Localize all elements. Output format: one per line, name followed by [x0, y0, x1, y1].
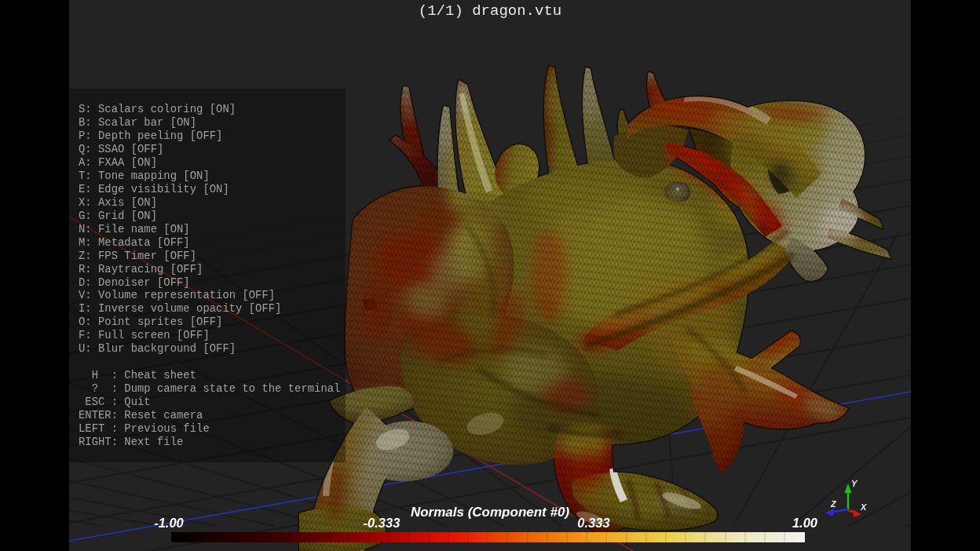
svg-text:Normals (Component #0): Normals (Component #0): [411, 505, 569, 520]
svg-text:O: Point sprites [OFF]: O: Point sprites [OFF]: [79, 316, 222, 328]
svg-text:U: Blur background [OFF]: U: Blur background [OFF]: [79, 342, 236, 355]
svg-text:-0.333: -0.333: [364, 516, 400, 530]
svg-text:S: Scalars coloring [ON]: S: Scalars coloring [ON]: [79, 103, 236, 115]
svg-text:ENTER: Reset camera: ENTER: Reset camera: [79, 409, 203, 421]
svg-text:G: Grid [ON]: G: Grid [ON]: [79, 210, 157, 222]
svg-text:0.333: 0.333: [577, 516, 609, 530]
svg-text:E: Edge visibility [ON]: E: Edge visibility [ON]: [79, 183, 229, 195]
svg-text:N: File name [ON]: N: File name [ON]: [79, 223, 190, 235]
svg-text:X: X: [860, 502, 867, 512]
svg-text:H : Cheat sheet: H : Cheat sheet: [79, 369, 196, 381]
svg-text:ESC : Quit: ESC : Quit: [79, 396, 151, 408]
svg-text:Z: Z: [830, 499, 837, 509]
svg-text:Z: FPS Timer [OFF]: Z: FPS Timer [OFF]: [79, 250, 196, 262]
svg-text:(1/1) dragon.vtu: (1/1) dragon.vtu: [419, 2, 561, 20]
svg-text:LEFT : Previous file: LEFT : Previous file: [79, 422, 210, 435]
svg-text:? : Dump camera state to the: ? : Dump camera state to the terminal: [79, 382, 340, 395]
svg-text:Q: SSAO [OFF]: Q: SSAO [OFF]: [79, 143, 163, 155]
svg-text:F: Full screen [OFF]: F: Full screen [OFF]: [79, 329, 210, 341]
svg-text:X: Axis [ON]: X: Axis [ON]: [79, 196, 157, 209]
svg-text:T: Tone mapping [ON]: T: Tone mapping [ON]: [79, 170, 210, 182]
svg-text:B: Scalar bar [ON]: B: Scalar bar [ON]: [79, 116, 196, 129]
svg-text:RIGHT: Next file: RIGHT: Next file: [79, 436, 183, 448]
svg-text:1.00: 1.00: [792, 516, 818, 530]
svg-text:I: Inverse volume opacity [OFF: I: Inverse volume opacity [OFF]: [79, 302, 281, 315]
svg-text:A: FXAA [ON]: A: FXAA [ON]: [79, 156, 157, 169]
svg-text:V: Volume representation [OFF]: V: Volume representation [OFF]: [79, 289, 275, 301]
svg-text:D: Denoiser [OFF]: D: Denoiser [OFF]: [79, 276, 190, 289]
svg-text:R: Raytracing [OFF]: R: Raytracing [OFF]: [79, 263, 203, 276]
svg-text:P: Depth peeling [OFF]: P: Depth peeling [OFF]: [79, 130, 222, 142]
svg-text:-1.00: -1.00: [154, 516, 184, 530]
svg-text:M: Metadata [OFF]: M: Metadata [OFF]: [79, 236, 190, 249]
